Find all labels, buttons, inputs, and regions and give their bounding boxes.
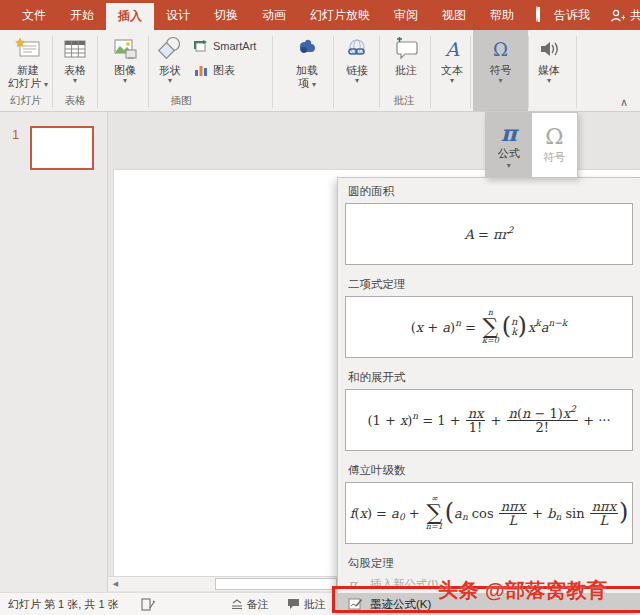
chart-icon bbox=[193, 63, 209, 77]
group-separator bbox=[333, 36, 334, 108]
dropdown-caret: ▾ bbox=[44, 80, 48, 89]
group-separator bbox=[528, 36, 529, 108]
addins-icon bbox=[295, 34, 319, 64]
equation-menu-button[interactable]: π 公式 ▾ bbox=[486, 113, 532, 177]
ribbon-tab-8[interactable]: 视图 bbox=[430, 0, 478, 30]
equation-gallery-dropdown: 圆的面积A = πr2二项式定理(x + a)n = n∑k=0(nk)xkan… bbox=[337, 177, 640, 613]
collapse-ribbon-button[interactable]: ∧ bbox=[620, 96, 628, 109]
ribbon-tab-7[interactable]: 审阅 bbox=[382, 0, 430, 30]
table-icon bbox=[63, 34, 87, 64]
ribbon-tab-5[interactable]: 动画 bbox=[250, 0, 298, 30]
smartart-icon bbox=[193, 39, 209, 53]
dropdown-caret: ▾ bbox=[73, 77, 77, 85]
image-button[interactable]: 图像 ▾ bbox=[104, 34, 146, 96]
group-separator bbox=[430, 36, 431, 108]
ribbon-tabs: 文件开始插入设计切换动画幻灯片放映审阅视图帮助 bbox=[0, 0, 526, 30]
symbols-button[interactable]: Ω 符号 ▾ bbox=[473, 34, 528, 96]
equation-item-0[interactable]: A = πr2 bbox=[345, 203, 633, 265]
comment-bubble-icon bbox=[287, 598, 300, 610]
equation-preview: f(x) = a0 + ∞∑n=1(an cos nπxL + bn sin n… bbox=[350, 495, 629, 531]
group-label-illustrations: 插图 bbox=[171, 94, 192, 108]
equation-item-1[interactable]: (x + a)n = n∑k=0(nk)xkan−k bbox=[345, 296, 633, 358]
shapes-button[interactable]: 形状 ▾ bbox=[150, 34, 190, 96]
slide-counter: 幻灯片 第 1 张, 共 1 张 bbox=[8, 597, 119, 612]
image-icon bbox=[112, 34, 138, 64]
symbol-menu-button[interactable]: Ω 符号 bbox=[532, 113, 578, 177]
scrollbar-thumb[interactable] bbox=[215, 578, 337, 590]
ribbon-tab-0[interactable]: 文件 bbox=[10, 0, 58, 30]
shapes-icon bbox=[156, 34, 184, 64]
group-label-comments: 批注 bbox=[394, 94, 415, 108]
media-button[interactable]: 媒体 ▾ bbox=[529, 34, 569, 96]
share-button[interactable]: 共享 bbox=[600, 0, 640, 30]
slide-number: 1 bbox=[12, 127, 19, 142]
smartart-label: SmartArt bbox=[213, 40, 256, 52]
omega-icon: Ω bbox=[545, 125, 563, 149]
share-label: 共享 bbox=[630, 7, 640, 24]
group-label-slides: 幻灯片 bbox=[10, 94, 42, 108]
accessibility-check-icon[interactable] bbox=[141, 598, 155, 611]
notes-toggle-button[interactable]: 备注 bbox=[231, 597, 269, 612]
ribbon-tab-1[interactable]: 开始 bbox=[58, 0, 106, 30]
links-button[interactable]: 链接 ▾ bbox=[338, 34, 376, 96]
group-label-table: 表格 bbox=[65, 94, 86, 108]
slide-thumbnail[interactable] bbox=[30, 126, 94, 170]
comment-label: 批注 bbox=[395, 64, 417, 77]
addins-button[interactable]: 加载项 ▾ bbox=[286, 34, 328, 96]
person-plus-icon bbox=[610, 8, 625, 23]
pi-icon: π bbox=[348, 577, 362, 592]
smartart-button[interactable]: SmartArt bbox=[193, 36, 256, 56]
equation-menu-label: 公式 bbox=[498, 146, 520, 161]
dropdown-caret: ▾ bbox=[312, 80, 316, 89]
ink-equation-label: 墨迹公式(K) bbox=[370, 597, 431, 612]
text-button[interactable]: A 文本 ▾ bbox=[434, 34, 470, 96]
equation-preview: (x + a)n = n∑k=0(nk)xkan−k bbox=[411, 309, 568, 345]
equation-section-title-2: 和的展开式 bbox=[338, 364, 640, 389]
ribbon-tab-9[interactable]: 帮助 bbox=[478, 0, 526, 30]
comment-icon bbox=[393, 34, 419, 64]
notes-icon bbox=[231, 599, 243, 610]
dropdown-caret: ▾ bbox=[498, 77, 502, 85]
ribbon-tab-4[interactable]: 切换 bbox=[202, 0, 250, 30]
new-slide-label: 新建 bbox=[17, 64, 39, 76]
equation-section-title-0: 圆的面积 bbox=[338, 178, 640, 203]
group-separator bbox=[576, 36, 577, 108]
text-icon: A bbox=[445, 38, 459, 60]
equation-preview: A = πr2 bbox=[464, 227, 513, 242]
link-icon bbox=[345, 34, 369, 64]
slide-thumbnails-panel: 1 bbox=[0, 112, 108, 592]
horizontal-scrollbar[interactable]: ◀ bbox=[108, 576, 338, 591]
comments-toggle-button[interactable]: 批注 bbox=[287, 597, 326, 612]
addins-label: 加载 bbox=[296, 64, 318, 76]
ink-pen-icon bbox=[348, 597, 362, 612]
chart-button[interactable]: 图表 bbox=[193, 60, 235, 80]
group-separator bbox=[272, 36, 273, 108]
comments-label: 批注 bbox=[304, 597, 326, 612]
chart-label: 图表 bbox=[213, 63, 235, 78]
dropdown-caret: ▾ bbox=[450, 77, 454, 85]
dropdown-caret: ▾ bbox=[355, 77, 359, 85]
equation-item-3[interactable]: f(x) = a0 + ∞∑n=1(an cos nπxL + bn sin n… bbox=[345, 482, 633, 544]
media-icon bbox=[537, 34, 561, 64]
new-slide-button[interactable]: 新建幻灯片 ▾ bbox=[4, 34, 52, 96]
omega-icon: Ω bbox=[493, 39, 508, 60]
ribbon-tab-3[interactable]: 设计 bbox=[154, 0, 202, 30]
new-slide-icon bbox=[14, 34, 42, 64]
comment-button[interactable]: 批注 bbox=[386, 34, 426, 96]
group-separator bbox=[52, 36, 53, 108]
group-separator bbox=[97, 36, 98, 108]
table-button[interactable]: 表格 ▾ bbox=[56, 34, 94, 96]
ribbon-tab-6[interactable]: 幻灯片放映 bbox=[298, 0, 382, 30]
dropdown-caret: ▾ bbox=[123, 77, 127, 85]
notes-label: 备注 bbox=[247, 597, 269, 612]
symbol-menu-label: 符号 bbox=[543, 150, 565, 165]
watermark-text: 头条 @部落窝教育 bbox=[438, 577, 640, 604]
ribbon-tab-2[interactable]: 插入 bbox=[106, 3, 154, 30]
equation-item-2[interactable]: (1 + x)n = 1 + nx1! + n(n − 1)x22! + ··· bbox=[345, 389, 633, 451]
symbols-flyout: π 公式 ▾ Ω 符号 bbox=[485, 112, 578, 178]
equation-section-title-4: 勾股定理 bbox=[338, 550, 640, 575]
scroll-left-icon[interactable]: ◀ bbox=[108, 577, 123, 592]
title-bar: 文件开始插入设计切换动画幻灯片放映审阅视图帮助 告诉我 共享 bbox=[0, 0, 640, 30]
tell-me-button[interactable]: 告诉我 bbox=[526, 0, 600, 30]
dropdown-caret: ▾ bbox=[547, 77, 551, 85]
